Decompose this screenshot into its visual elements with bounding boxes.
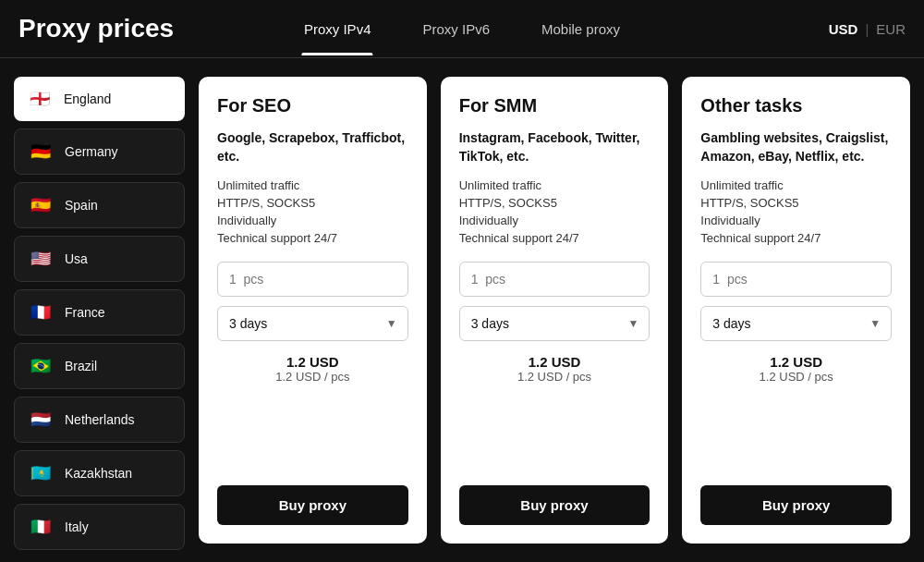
card-smm-subtitle: Instagram, Facebook, Twitter, TikTok, et… — [459, 129, 650, 165]
sidebar-item-usa[interactable]: 🇺🇸 Usa — [14, 236, 185, 282]
feature-item: Technical support 24/7 — [700, 231, 892, 245]
flag-kazakhstan: 🇰🇿 — [28, 460, 54, 486]
smm-price-per: 1.2 USD / pcs — [459, 370, 650, 384]
country-label-kazakhstan: Kazakhstan — [65, 466, 132, 481]
feature-item: Technical support 24/7 — [217, 231, 408, 245]
smm-buy-button[interactable]: Buy proxy — [459, 485, 650, 525]
seo-price-main: 1.2 USD — [217, 354, 408, 370]
flag-italy: 🇮🇹 — [28, 514, 54, 540]
card-smm-features: Unlimited traffic HTTP/S, SOCKS5 Individ… — [459, 178, 650, 245]
country-sidebar: 🏴󠁧󠁢󠁥󠁮󠁧󠁿 England 🇩🇪 Germany 🇪🇸 Spain 🇺🇸 U… — [14, 77, 185, 544]
card-other-features: Unlimited traffic HTTP/S, SOCKS5 Individ… — [700, 178, 892, 245]
header: Proxy prices Proxy IPv4 Proxy IPv6 Mobil… — [0, 0, 924, 58]
currency-usd[interactable]: USD — [829, 21, 858, 37]
feature-item: Technical support 24/7 — [459, 231, 650, 245]
flag-usa: 🇺🇸 — [28, 246, 54, 272]
country-label-italy: Italy — [65, 519, 89, 534]
feature-item: Individually — [217, 214, 408, 227]
feature-item: Unlimited traffic — [217, 178, 408, 192]
seo-duration-select[interactable]: 1 day 3 days 7 days 14 days 30 days — [217, 306, 408, 341]
cards-area: For SEO Google, Scrapebox, Trafficbot, e… — [199, 77, 910, 544]
smm-duration-select[interactable]: 1 day 3 days 7 days 14 days 30 days — [459, 306, 650, 341]
currency-eur[interactable]: EUR — [876, 21, 906, 37]
sidebar-item-italy[interactable]: 🇮🇹 Italy — [14, 504, 185, 550]
flag-brazil: 🇧🇷 — [28, 353, 54, 379]
smm-price: 1.2 USD 1.2 USD / pcs — [459, 354, 650, 384]
page-title: Proxy prices — [18, 14, 174, 43]
sidebar-item-england[interactable]: 🏴󠁧󠁢󠁥󠁮󠁧󠁿 England — [14, 77, 185, 121]
sidebar-item-france[interactable]: 🇫🇷 France — [14, 289, 185, 336]
currency-divider: | — [865, 21, 869, 37]
card-seo-subtitle: Google, Scrapebox, Trafficbot, etc. — [217, 129, 408, 165]
card-smm: For SMM Instagram, Facebook, Twitter, Ti… — [441, 77, 669, 544]
feature-item: HTTP/S, SOCKS5 — [700, 196, 892, 210]
country-label-brazil: Brazil — [65, 359, 97, 373]
seo-buy-button[interactable]: Buy proxy — [217, 485, 408, 525]
other-quantity-input[interactable] — [700, 262, 892, 297]
other-select-wrapper: 1 day 3 days 7 days 14 days 30 days ▼ — [700, 306, 892, 341]
other-price-per: 1.2 USD / pcs — [700, 370, 892, 384]
card-smm-title: For SMM — [459, 95, 650, 116]
seo-select-wrapper: 1 day 3 days 7 days 14 days 30 days ▼ — [217, 306, 408, 341]
card-seo-title: For SEO — [217, 95, 408, 116]
smm-quantity-input[interactable] — [459, 262, 650, 297]
sidebar-item-spain[interactable]: 🇪🇸 Spain — [14, 182, 185, 228]
sidebar-item-germany[interactable]: 🇩🇪 Germany — [14, 128, 185, 175]
card-other-subtitle: Gambling websites, Craigslist, Amazon, e… — [700, 129, 892, 165]
sidebar-item-netherlands[interactable]: 🇳🇱 Netherlands — [14, 397, 185, 443]
country-label-usa: Usa — [65, 251, 88, 266]
feature-item: Unlimited traffic — [459, 178, 650, 192]
feature-item: Individually — [459, 214, 650, 227]
country-label-germany: Germany — [65, 144, 118, 159]
tab-proxy-ipv6[interactable]: Proxy IPv6 — [396, 3, 516, 55]
feature-item: Unlimited traffic — [700, 178, 892, 192]
seo-price-per: 1.2 USD / pcs — [217, 370, 408, 384]
sidebar-item-kazakhstan[interactable]: 🇰🇿 Kazakhstan — [14, 450, 185, 496]
flag-france: 🇫🇷 — [28, 299, 54, 325]
other-buy-button[interactable]: Buy proxy — [700, 485, 892, 525]
card-seo-features: Unlimited traffic HTTP/S, SOCKS5 Individ… — [217, 178, 408, 245]
other-price-main: 1.2 USD — [700, 354, 892, 370]
country-label-netherlands: Netherlands — [65, 412, 135, 427]
card-other: Other tasks Gambling websites, Craigslis… — [682, 77, 910, 544]
feature-item: HTTP/S, SOCKS5 — [459, 196, 650, 210]
seo-price: 1.2 USD 1.2 USD / pcs — [217, 354, 408, 384]
feature-item: HTTP/S, SOCKS5 — [217, 196, 408, 210]
country-label-spain: Spain — [65, 198, 98, 213]
smm-price-main: 1.2 USD — [459, 354, 650, 370]
other-price: 1.2 USD 1.2 USD / pcs — [700, 354, 892, 384]
seo-quantity-input[interactable] — [217, 262, 408, 297]
tab-proxy-ipv4[interactable]: Proxy IPv4 — [278, 3, 397, 55]
sidebar-item-brazil[interactable]: 🇧🇷 Brazil — [14, 343, 185, 389]
feature-item: Individually — [700, 214, 892, 227]
nav-tabs: Proxy IPv4 Proxy IPv6 Mobile proxy — [278, 3, 646, 55]
other-duration-select[interactable]: 1 day 3 days 7 days 14 days 30 days — [700, 306, 892, 341]
flag-england: 🏴󠁧󠁢󠁥󠁮󠁧󠁿 — [27, 86, 53, 112]
card-other-title: Other tasks — [700, 95, 892, 116]
card-seo: For SEO Google, Scrapebox, Trafficbot, e… — [199, 77, 427, 544]
country-label-england: England — [64, 92, 111, 106]
flag-netherlands: 🇳🇱 — [28, 407, 54, 433]
flag-germany: 🇩🇪 — [28, 139, 54, 165]
smm-select-wrapper: 1 day 3 days 7 days 14 days 30 days ▼ — [459, 306, 650, 341]
currency-switcher: USD | EUR — [829, 21, 906, 37]
tab-mobile-proxy[interactable]: Mobile proxy — [516, 3, 646, 55]
flag-spain: 🇪🇸 — [28, 192, 54, 218]
main-content: 🏴󠁧󠁢󠁥󠁮󠁧󠁿 England 🇩🇪 Germany 🇪🇸 Spain 🇺🇸 U… — [0, 58, 924, 562]
country-label-france: France — [65, 305, 105, 320]
